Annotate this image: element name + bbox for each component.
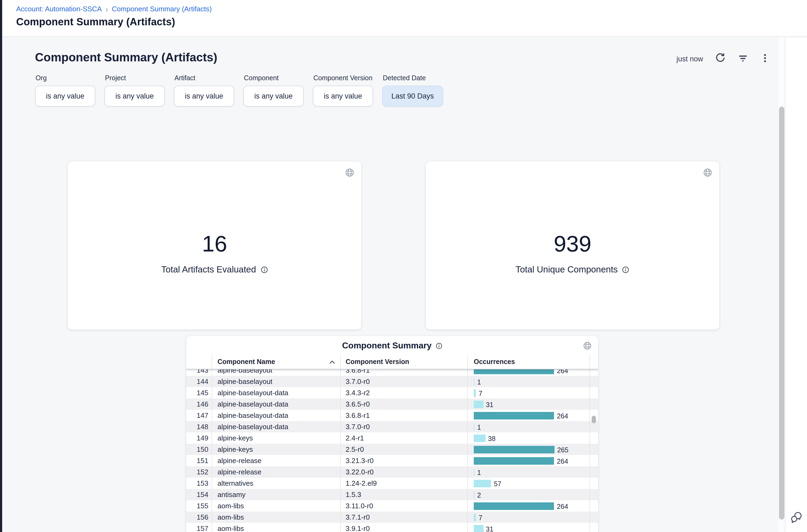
occurrences-cell: 31 <box>467 523 590 532</box>
dashboard-filters-button[interactable] <box>737 53 748 65</box>
info-icon[interactable] <box>260 266 268 273</box>
filter-value-button-component-version[interactable]: is any value <box>313 86 373 107</box>
table-row: 155aom-libs3.11.0-r0264 <box>186 500 598 512</box>
globe-icon <box>583 341 592 352</box>
right-gutter <box>785 38 807 532</box>
component-name-cell: alpine-baselayout-data <box>212 387 340 398</box>
occurrences-cell: 2 <box>467 489 590 500</box>
table-row: 149alpine-keys2.4-r138 <box>186 432 598 444</box>
sort-asc-icon <box>329 360 335 364</box>
row-index: 156 <box>186 512 212 523</box>
kebab-menu-icon <box>760 53 770 65</box>
table-row: 146alpine-baselayout-data3.6.5-r031 <box>186 398 598 410</box>
table-row: 157aom-libs3.9.1-r031 <box>186 523 598 532</box>
component-name-cell: alpine-release <box>212 466 340 478</box>
globe-icon <box>345 168 354 179</box>
component-name-cell: alpine-baselayout <box>212 369 340 376</box>
component-version-cell: 3.6.8-r1 <box>340 410 467 421</box>
table-row: 148alpine-baselayout-data3.7.0-r01 <box>186 421 598 432</box>
breadcrumb-account-link[interactable]: Account: Automation-SSCA <box>16 5 102 13</box>
occurrence-bar <box>474 468 475 476</box>
occurrence-bar <box>474 412 554 419</box>
table-scrollbar-thumb[interactable] <box>592 416 596 423</box>
filter-label: Artifact <box>174 74 234 82</box>
filter-value-button-org[interactable]: is any value <box>35 86 95 107</box>
occurrence-bar <box>474 513 476 521</box>
refresh-icon <box>715 53 726 65</box>
breadcrumb: Account: Automation-SSCA › Component Sum… <box>16 5 807 13</box>
metric-cards: 16 Total Artifacts Evaluated <box>68 162 719 329</box>
occurrences-cell: 7 <box>467 387 590 398</box>
row-index: 153 <box>186 478 212 489</box>
occurrence-value: 31 <box>486 524 494 532</box>
filter-icon <box>737 53 748 65</box>
table-row: 143alpine-baselayout3.6.8-r1264 <box>186 369 598 376</box>
occurrence-value: 265 <box>557 445 569 454</box>
component-name-cell: aom-libs <box>212 500 340 512</box>
component-name-cell: alpine-baselayout-data <box>212 398 340 410</box>
column-header-component-version[interactable]: Component Version <box>340 355 467 369</box>
component-name-cell: alpine-baselayout-data <box>212 421 340 432</box>
occurrences-cell: 1 <box>467 421 590 432</box>
filter-value-button-detected-date[interactable]: Last 90 Days <box>382 86 443 107</box>
filter-value-button-project[interactable]: is any value <box>104 86 165 107</box>
info-icon[interactable] <box>622 266 630 273</box>
help-chat-button[interactable] <box>790 511 803 527</box>
component-version-cell: 3.6.5-r0 <box>340 398 467 410</box>
occurrence-value: 264 <box>557 456 568 465</box>
occurrence-value: 2 <box>477 490 481 499</box>
row-index: 148 <box>186 421 212 432</box>
filter-value-button-component[interactable]: is any value <box>243 86 304 107</box>
component-version-cell: 3.4.3-r2 <box>340 387 467 398</box>
row-index: 144 <box>186 376 212 387</box>
page-scrollbar-thumb[interactable] <box>779 107 784 519</box>
row-index: 151 <box>186 455 212 466</box>
occurrences-cell: 264 <box>467 410 590 421</box>
page-scrollbar[interactable] <box>779 38 785 532</box>
breadcrumb-current-link[interactable]: Component Summary (Artifacts) <box>112 5 212 13</box>
screen: Account: Automation-SSCA › Component Sum… <box>0 0 807 532</box>
occurrences-cell: 264 <box>467 500 590 512</box>
refresh-button[interactable] <box>715 53 726 65</box>
filter: Artifact is any value <box>174 74 234 107</box>
metric-label: Total Unique Components <box>516 264 618 274</box>
filter: Detected Date Last 90 Days <box>382 74 443 107</box>
occurrences-cell: 7 <box>467 512 590 523</box>
component-name-cell: aom-libs <box>212 512 340 523</box>
occurrence-value: 38 <box>488 434 496 443</box>
component-name-cell: alpine-baselayout <box>212 376 340 387</box>
column-header-occurrences[interactable]: Occurrences <box>467 355 590 369</box>
table-row: 147alpine-baselayout-data3.6.8-r1264 <box>186 410 598 421</box>
column-header-component-name[interactable]: Component Name <box>212 355 340 369</box>
occurrence-value: 264 <box>557 501 568 511</box>
component-version-cell: 3.21.3-r0 <box>340 455 467 466</box>
row-index: 150 <box>186 444 212 455</box>
occurrences-cell: 31 <box>467 398 590 410</box>
dashboard-canvas: Component Summary (Artifacts) just now <box>2 38 779 532</box>
breadcrumb-separator-icon: › <box>105 5 108 13</box>
occurrence-value: 1 <box>477 468 481 477</box>
table-row: 145alpine-baselayout-data3.4.3-r27 <box>186 387 598 398</box>
component-name-cell: alpine-release <box>212 455 340 466</box>
filter-value-button-artifact[interactable]: is any value <box>174 86 234 107</box>
occurrences-cell: 1 <box>467 466 590 478</box>
globe-icon <box>703 168 712 179</box>
dashboard-menu-button[interactable] <box>760 53 770 65</box>
filter-label: Component <box>244 74 304 82</box>
row-index: 149 <box>186 432 212 444</box>
row-index: 152 <box>186 466 212 478</box>
table-body: 143alpine-baselayout3.6.8-r1264144alpine… <box>186 369 598 532</box>
info-icon[interactable] <box>435 342 442 349</box>
occurrence-bar <box>474 445 555 453</box>
filter: Project is any value <box>104 74 165 107</box>
refresh-timestamp: just now <box>676 55 703 63</box>
row-index: 157 <box>186 523 212 532</box>
filter-label: Project <box>105 74 165 82</box>
component-version-cell: 3.22.0-r0 <box>340 466 467 478</box>
metric-value: 939 <box>426 162 719 255</box>
table-row: 153alternatives1.24-2.el957 <box>186 478 598 489</box>
occurrence-bar <box>474 400 483 408</box>
occurrence-bar <box>474 389 476 397</box>
table-header-row: Component Name Component Version Occurre… <box>186 355 598 369</box>
component-name-cell: aom-libs <box>212 523 340 532</box>
